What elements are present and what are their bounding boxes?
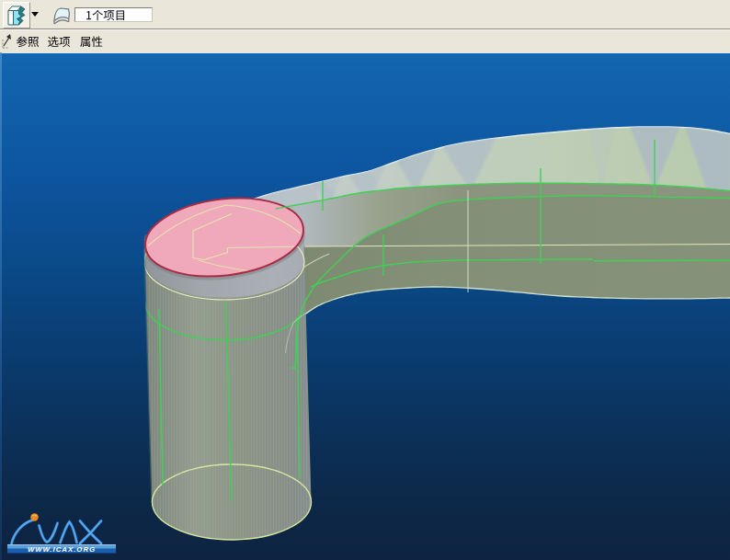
svg-text:WWW.ICAX.ORG: WWW.ICAX.ORG: [28, 545, 96, 554]
